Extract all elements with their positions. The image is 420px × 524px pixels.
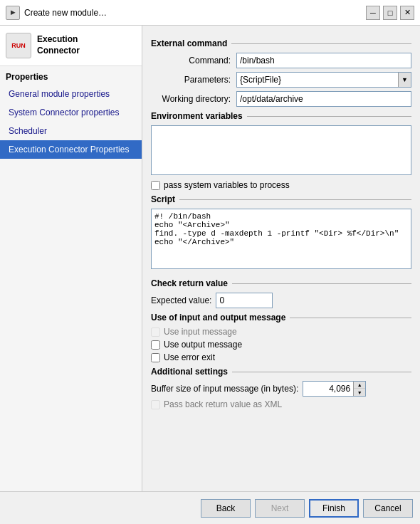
env-vars-section-label: Environment variables	[151, 111, 411, 121]
script-textarea[interactable]: #! /bin/bash echo "<Archive>" find. -typ…	[151, 209, 411, 269]
title-bar: ▶ Create new module… ─ □ ✕	[0, 0, 420, 26]
back-button[interactable]: Back	[201, 499, 251, 518]
sidebar-item-system[interactable]: System Connector properties	[0, 103, 142, 122]
sidebar-item-execution[interactable]: Execution Connector Properties	[0, 140, 142, 159]
main-panel: External command Command: Parameters: ▼ …	[142, 26, 420, 491]
sidebar-header: RUN Execution Connector	[0, 26, 142, 66]
buffer-spin-up[interactable]: ▲	[354, 382, 365, 389]
sidebar-item-general[interactable]: General module properties	[0, 85, 142, 103]
check-return-section-label: Check return value	[151, 278, 411, 288]
buffer-size-label: Buffer size of input message (in bytes):	[151, 384, 303, 394]
maximize-button[interactable]: □	[383, 6, 397, 20]
parameters-row: Parameters: ▼	[151, 72, 411, 88]
use-error-checkbox[interactable]	[151, 353, 160, 362]
footer: Back Next Finish Cancel	[0, 491, 420, 524]
cancel-button[interactable]: Cancel	[363, 499, 413, 518]
command-label: Command:	[151, 56, 236, 66]
finish-button[interactable]: Finish	[309, 499, 359, 518]
close-button[interactable]: ✕	[400, 6, 414, 20]
parameters-dropdown-button[interactable]: ▼	[398, 73, 411, 87]
pass-system-vars-row: pass system variables to process	[151, 180, 411, 190]
working-dir-label: Working directory:	[151, 94, 236, 104]
title-bar-controls: ─ □ ✕	[366, 6, 414, 20]
pass-back-checkbox	[151, 400, 160, 409]
run-icon: RUN	[6, 33, 31, 58]
additional-settings-section-label: Additional settings	[151, 367, 411, 377]
sidebar: RUN Execution Connector Properties Gener…	[0, 26, 142, 491]
buffer-size-row: Buffer size of input message (in bytes):…	[151, 381, 411, 397]
command-row: Command:	[151, 53, 411, 68]
app-icon: ▶	[6, 6, 20, 20]
use-error-row: Use error exit	[151, 352, 411, 362]
buffer-size-input[interactable]	[303, 382, 353, 396]
next-button[interactable]: Next	[255, 499, 305, 518]
parameters-label: Parameters:	[151, 75, 236, 85]
minimize-button[interactable]: ─	[366, 6, 380, 20]
command-input[interactable]	[236, 53, 411, 68]
title-bar-text: Create new module…	[24, 8, 366, 18]
sidebar-connector-title: Execution Connector	[37, 34, 80, 56]
parameters-input[interactable]	[237, 73, 398, 87]
sidebar-properties-title: Properties	[0, 66, 142, 85]
parameters-input-wrap: ▼	[236, 72, 411, 88]
expected-value-label: Expected value:	[151, 295, 216, 305]
use-output-row: Use output message	[151, 340, 411, 350]
pass-back-label: Pass back return value as XML	[164, 399, 282, 409]
use-output-label: Use output message	[164, 340, 242, 350]
env-vars-textarea[interactable]	[151, 125, 411, 175]
expected-value-row: Expected value:	[151, 293, 411, 308]
pass-back-row: Pass back return value as XML	[151, 399, 411, 409]
input-output-section-label: Use of input and output message	[151, 313, 411, 323]
use-input-row: Use input message	[151, 327, 411, 337]
buffer-spin-down[interactable]: ▼	[354, 389, 365, 396]
buffer-input-wrap: ▲ ▼	[303, 381, 366, 397]
use-error-label: Use error exit	[164, 352, 215, 362]
use-output-checkbox[interactable]	[151, 340, 160, 350]
pass-system-vars-checkbox[interactable]	[151, 181, 160, 190]
use-input-label: Use input message	[164, 327, 237, 337]
use-input-checkbox	[151, 328, 160, 337]
expected-value-input[interactable]	[216, 293, 273, 308]
working-dir-row: Working directory:	[151, 91, 411, 107]
pass-system-vars-label: pass system variables to process	[164, 180, 290, 190]
content-area: RUN Execution Connector Properties Gener…	[0, 26, 420, 491]
sidebar-item-scheduler[interactable]: Scheduler	[0, 122, 142, 140]
script-section-label: Script	[151, 194, 411, 204]
working-dir-input[interactable]	[236, 91, 411, 107]
buffer-spin-buttons: ▲ ▼	[353, 382, 365, 396]
external-command-section-label: External command	[151, 38, 411, 48]
